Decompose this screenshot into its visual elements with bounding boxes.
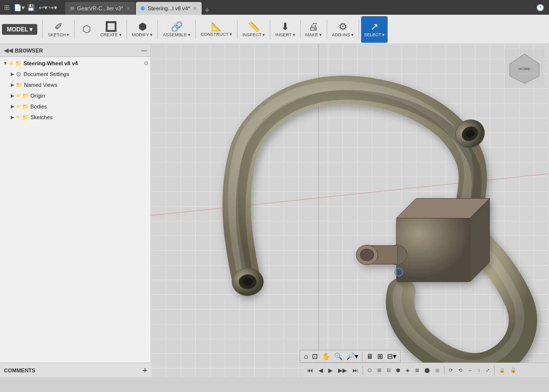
view-zoom-icon[interactable]: 🔍 — [333, 351, 343, 361]
sketch-label: SKETCH ▾ — [48, 32, 69, 37]
addins-tool-group[interactable]: ⚙ ADD-INS ▾ — [329, 16, 357, 43]
model-menu-button[interactable]: MODEL ▾ — [2, 24, 37, 35]
folder-icon-origin: 📁 — [22, 93, 29, 99]
make-icon: 🖨 — [309, 22, 318, 31]
anim-tool-12[interactable]: ↕ — [476, 366, 482, 374]
tab-dot-active — [141, 6, 145, 10]
tree-item-doc-settings[interactable]: ▶ ⚙ Document Settings — [0, 69, 151, 79]
svg-text:HOME: HOME — [519, 67, 530, 71]
anim-tool-13[interactable]: ⤢ — [484, 366, 492, 374]
sidebar: ◀◀ BROWSER — ▼ 👁 📁 Steering-Wheel v8 v4 … — [0, 44, 151, 377]
inspect-tool-group[interactable]: 📏 INSPECT ▾ — [239, 16, 268, 43]
toolbar-separator-5 — [195, 20, 196, 39]
create-group-label: CREATE ▾ — [100, 32, 121, 37]
sketch-icon: ✐ — [54, 22, 63, 31]
select-label: SELECT ▾ — [364, 32, 385, 37]
anim-tool-14[interactable]: 🔒 — [497, 366, 507, 374]
viewport-nav-cube[interactable]: HOME — [505, 49, 544, 88]
anim-tool-9[interactable]: ⟳ — [447, 366, 455, 374]
anim-last-icon[interactable]: ⏭ — [350, 366, 360, 375]
sketch-tool-group[interactable]: ✐ SKETCH ▾ — [45, 16, 72, 43]
anim-tool-8[interactable]: ◎ — [433, 366, 442, 374]
anim-play-icon[interactable]: ▶ — [326, 366, 335, 375]
clock-icon: 🕐 — [536, 4, 544, 11]
tree-item-origin[interactable]: ▶ 👁 📁 Origin — [0, 90, 151, 101]
undo-icon[interactable]: ↩▾ — [39, 4, 48, 11]
make-label: MAKE ▾ — [306, 32, 322, 37]
anim-sep-3 — [494, 366, 495, 375]
browser-minimize-icon[interactable]: — — [141, 48, 147, 53]
create-tool-group[interactable]: 🔲 CREATE ▾ — [97, 16, 124, 43]
folder-icon-root: 📁 — [15, 60, 22, 67]
tree-label-root: Steering-Wheel v8 v4 — [24, 60, 142, 66]
anim-sep-2 — [444, 366, 444, 375]
folder-icon-named-views: 📁 — [16, 82, 23, 88]
modify-tool-group[interactable]: ⬢ MODIFY ▾ — [129, 16, 156, 43]
anim-tool-2[interactable]: ⊞ — [375, 366, 383, 374]
browser-collapse-left[interactable]: ◀◀ — [4, 47, 13, 54]
tree-arrow-sketches: ▶ — [9, 115, 16, 120]
app-grid-icon[interactable]: ⊞ — [4, 3, 10, 11]
save-icon[interactable]: 💾 — [27, 4, 35, 11]
toolbar-separator-1 — [42, 20, 43, 39]
anim-tool-11[interactable]: ↔ — [466, 366, 474, 374]
view-home-icon[interactable]: ⌂ — [303, 351, 309, 361]
view-grid-icon[interactable]: ⊞ — [376, 351, 384, 361]
anim-tool-6[interactable]: ⊠ — [413, 366, 421, 374]
view-zoom-drop[interactable]: 🔎▾ — [345, 351, 359, 361]
insert-tool-group[interactable]: ⬇ INSERT ▾ — [272, 16, 298, 43]
tree-item-bodies[interactable]: ▶ 👁 📁 Bodies — [0, 101, 151, 112]
tree-arrow-doc: ▶ — [9, 72, 16, 77]
construct-tool-group[interactable]: 📐 CONSTRUCT ▾ — [198, 16, 235, 43]
title-bar: ⊞ 📄▾ 💾 ↩▾ ↪▾ GearVR-C...ller v3* ✕ Steer… — [0, 0, 549, 15]
browser-header: ◀◀ BROWSER — — [0, 44, 151, 57]
view-visual-icon[interactable]: ⊟▾ — [386, 351, 397, 361]
tree-item-sketches[interactable]: ▶ 👁 📁 Sketches — [0, 112, 151, 123]
create-box-tool[interactable]: ⬡ — [77, 16, 96, 43]
gear-icon-root[interactable]: ⚙ — [144, 60, 149, 67]
eye-icon-origin[interactable]: 👁 — [16, 93, 21, 99]
anim-tool-1[interactable]: ⬡ — [366, 366, 374, 374]
eye-icon-root[interactable]: 👁 — [9, 60, 14, 66]
anim-tool-5[interactable]: ◈ — [404, 366, 412, 374]
tab-close-active[interactable]: ✕ — [193, 6, 197, 11]
anim-first-icon[interactable]: ⏮ — [305, 366, 315, 375]
select-tool-group[interactable]: ↗ SELECT ▾ — [361, 16, 388, 43]
left-end-cap — [232, 268, 263, 296]
redo-icon[interactable]: ↪▾ — [49, 4, 57, 11]
make-tool-group[interactable]: 🖨 MAKE ▾ — [303, 16, 325, 43]
anim-tool-7[interactable]: ⬤ — [422, 366, 432, 374]
toolbar-separator-6 — [237, 20, 237, 39]
anim-prev-icon[interactable]: ◀ — [316, 366, 325, 375]
view-display-icon[interactable]: 🖥 — [366, 351, 374, 361]
anim-tool-3[interactable]: ⊟ — [385, 366, 392, 374]
view-orbit-icon[interactable]: ✋ — [321, 351, 331, 361]
eye-icon-sketches[interactable]: 👁 — [16, 114, 21, 120]
anim-tool-10[interactable]: ⟲ — [456, 366, 464, 374]
model-3d-svg — [151, 44, 549, 377]
tab-close[interactable]: ✕ — [126, 6, 130, 11]
view-sep — [362, 351, 363, 361]
file-icon[interactable]: 📄▾ — [14, 4, 25, 11]
tab-gearVR[interactable]: GearVR-C...ller v3* ✕ — [65, 2, 135, 15]
view-pan-fit-icon[interactable]: ⊡ — [311, 351, 319, 361]
comments-bar: COMMENTS + — [0, 363, 151, 377]
comments-add-button[interactable]: + — [143, 366, 147, 375]
anim-tool-4[interactable]: ⬢ — [394, 366, 402, 374]
toolbar-separator-9 — [327, 20, 327, 39]
eye-icon-bodies[interactable]: 👁 — [16, 104, 21, 109]
insert-icon: ⬇ — [281, 22, 289, 31]
tab-bar: GearVR-C...ller v3* ✕ Steering...l v8 v4… — [65, 0, 209, 15]
inspect-icon: 📏 — [248, 22, 260, 31]
tab-steering[interactable]: Steering...l v8 v4* ✕ — [136, 2, 202, 15]
comments-label: COMMENTS — [4, 367, 35, 373]
assemble-tool-group[interactable]: 🔗 ASSEMBLE ▾ — [160, 16, 193, 43]
viewport-3d[interactable]: HOME ⌂ ⊡ ✋ 🔍 🔎▾ 🖥 ⊞ ⊟▾ ⏮ ◀ ▶ ▶▶ ⏭ ⬡ ⊞ ⊟ — [151, 44, 549, 377]
tree-item-root[interactable]: ▼ 👁 📁 Steering-Wheel v8 v4 ⚙ — [0, 58, 151, 69]
anim-next-icon[interactable]: ▶▶ — [336, 366, 349, 375]
toolbar-separator-7 — [270, 20, 270, 39]
add-tab-button[interactable]: + — [205, 6, 209, 15]
tab-label: GearVR-C...ller v3* — [77, 5, 123, 11]
anim-tool-15[interactable]: 🔓 — [508, 366, 518, 374]
tree-item-named-views[interactable]: ▶ 📁 Named Views — [0, 79, 151, 90]
